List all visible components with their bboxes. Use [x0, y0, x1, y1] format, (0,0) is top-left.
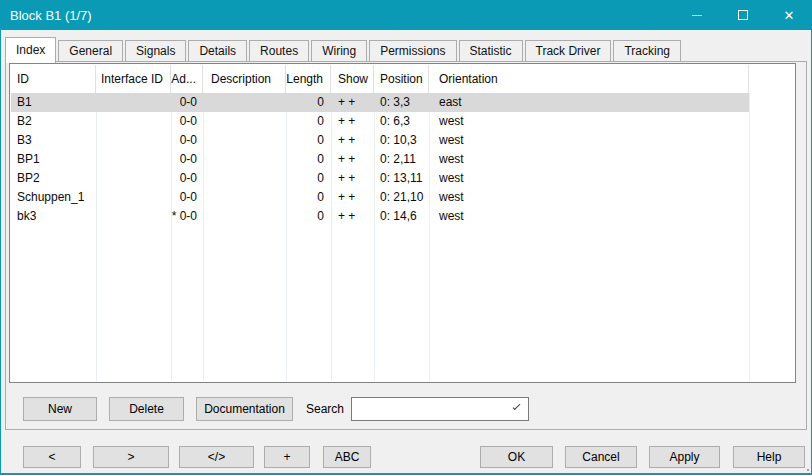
cell: + + [331, 207, 374, 226]
cell: 0: 13,11 [374, 169, 429, 188]
ok-button[interactable]: OK [480, 446, 553, 468]
table-row-b1[interactable]: B10-00+ +0: 3,3east [11, 93, 749, 112]
plus-button[interactable]: + [264, 446, 310, 468]
column-header-id[interactable]: ID [11, 65, 96, 93]
cell: 0-0 [171, 169, 203, 188]
cell: west [429, 207, 749, 226]
table-row-b3[interactable]: B30-00+ +0: 10,3west [11, 131, 749, 150]
column-header-ad[interactable]: Ad... [171, 65, 203, 93]
resize-grip[interactable] [803, 465, 805, 467]
tab-tracking[interactable]: Tracking [613, 40, 681, 62]
block-list-frame: IDInterface IDAd...DescriptionLengthShow… [9, 63, 796, 383]
apply-button[interactable]: Apply [649, 446, 720, 468]
cell [96, 112, 171, 131]
cell: Schuppen_1 [11, 188, 96, 207]
tab-page-index: IDInterface IDAd...DescriptionLengthShow… [5, 61, 807, 430]
cell: 0 [286, 169, 331, 188]
cell: west [429, 150, 749, 169]
dialog-content: IndexGeneralSignalsDetailsRoutesWiringPe… [1, 30, 811, 473]
list-header-row: IDInterface IDAd...DescriptionLengthShow… [11, 65, 794, 93]
cell: + + [331, 169, 374, 188]
tab-permissions[interactable]: Permissions [369, 40, 456, 62]
cell [96, 150, 171, 169]
window-title: Block B1 (1/7) [0, 8, 674, 23]
cancel-button[interactable]: Cancel [565, 446, 637, 468]
cell: BP1 [11, 150, 96, 169]
tab-general[interactable]: General [58, 40, 123, 62]
cell: B3 [11, 131, 96, 150]
cell: 0 [286, 93, 331, 112]
cell: west [429, 169, 749, 188]
tab-signals[interactable]: Signals [125, 40, 186, 62]
close-button[interactable]: ✕ [766, 0, 812, 30]
cell: B2 [11, 112, 96, 131]
cell: 0-0 [171, 188, 203, 207]
tab-statistic[interactable]: Statistic [459, 40, 523, 62]
tab-track-driver[interactable]: Track Driver [525, 40, 612, 62]
list-rows: B10-00+ +0: 3,3eastB20-00+ +0: 6,3westB3… [11, 93, 794, 226]
search-combobox[interactable] [351, 397, 529, 421]
cell: B1 [11, 93, 96, 112]
cell [203, 207, 286, 226]
search-input[interactable] [352, 399, 515, 419]
tab-routes[interactable]: Routes [249, 40, 309, 62]
column-header-interface-id[interactable]: Interface ID [96, 65, 171, 93]
tab-details[interactable]: Details [188, 40, 247, 62]
cell [203, 112, 286, 131]
cell: 0: 3,3 [374, 93, 429, 112]
cell [96, 169, 171, 188]
cell: 0-0 [171, 131, 203, 150]
cell [96, 131, 171, 150]
cell: 0-0 [171, 150, 203, 169]
cell: BP2 [11, 169, 96, 188]
block-list[interactable]: IDInterface IDAd...DescriptionLengthShow… [11, 65, 794, 381]
cell: + + [331, 131, 374, 150]
column-header-show[interactable]: Show [331, 65, 374, 93]
cell: + + [331, 112, 374, 131]
table-row-b2[interactable]: B20-00+ +0: 6,3west [11, 112, 749, 131]
cell [203, 169, 286, 188]
cell [203, 131, 286, 150]
titlebar[interactable]: Block B1 (1/7) ✕ [0, 0, 812, 30]
column-header-position[interactable]: Position [374, 65, 429, 93]
cell: 0: 10,3 [374, 131, 429, 150]
tab-index[interactable]: Index [5, 37, 56, 63]
table-row-bp1[interactable]: BP10-00+ +0: 2,11west [11, 150, 749, 169]
cell: 0 [286, 131, 331, 150]
cell: 0: 21,10 [374, 188, 429, 207]
help-button[interactable]: Help [733, 446, 805, 468]
table-row-bp2[interactable]: BP20-00+ +0: 13,11west [11, 169, 749, 188]
code-toggle-button[interactable]: </> [179, 446, 254, 468]
new-button[interactable]: New [23, 397, 97, 421]
maximize-icon [738, 10, 748, 20]
cell: 0 [286, 188, 331, 207]
cell [96, 93, 171, 112]
column-header-filler [749, 65, 794, 93]
maximize-button[interactable] [720, 0, 766, 30]
close-icon: ✕ [784, 9, 795, 22]
column-header-description[interactable]: Description [203, 65, 286, 93]
abc-button[interactable]: ABC [323, 446, 371, 468]
cell: + + [331, 150, 374, 169]
tab-strip: IndexGeneralSignalsDetailsRoutesWiringPe… [5, 35, 683, 62]
table-row-schuppen-1[interactable]: Schuppen_10-00+ +0: 21,10west [11, 188, 749, 207]
cell: west [429, 112, 749, 131]
column-header-orientation[interactable]: Orientation [429, 65, 749, 93]
cell: 0 [286, 150, 331, 169]
cell: + + [331, 188, 374, 207]
nav-next-button[interactable]: > [93, 446, 169, 468]
table-row-bk3[interactable]: bk3* 0-00+ +0: 14,6west [11, 207, 749, 226]
cell [203, 188, 286, 207]
tab-wiring[interactable]: Wiring [311, 40, 367, 62]
delete-button[interactable]: Delete [109, 397, 184, 421]
search-label: Search [306, 397, 344, 421]
cell: 0: 2,11 [374, 150, 429, 169]
documentation-button[interactable]: Documentation [196, 397, 293, 421]
cell [203, 150, 286, 169]
cell: 0-0 [171, 112, 203, 131]
cell: east [429, 93, 749, 112]
minimize-button[interactable] [674, 0, 720, 30]
nav-prev-button[interactable]: < [23, 446, 81, 468]
cell: west [429, 188, 749, 207]
column-header-length[interactable]: Length [286, 65, 331, 93]
